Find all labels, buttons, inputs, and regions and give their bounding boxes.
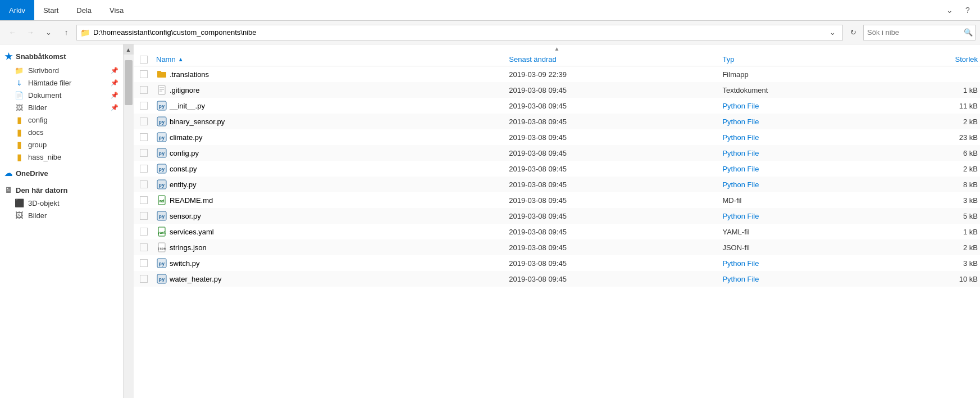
sidebar-item-skrivbord[interactable]: 📁 Skrivbord 📌 bbox=[0, 64, 123, 76]
folder-blue-icon: 📁 bbox=[13, 66, 25, 75]
pin-icon-skrivbord: 📌 bbox=[111, 67, 118, 74]
sidebar-item-hamtade[interactable]: ⇓ Hämtade filer 📌 bbox=[0, 76, 123, 89]
row-checkbox[interactable] bbox=[140, 70, 148, 78]
table-row[interactable]: py entity.py 2019-03-08 09:45 Python Fil… bbox=[134, 177, 980, 192]
sidebar-item-3dobjekt[interactable]: ⬛ 3D-objekt bbox=[0, 197, 123, 209]
file-name-cell: .translations bbox=[154, 69, 507, 80]
refresh-button[interactable]: ↻ bbox=[845, 25, 861, 40]
scroll-thumb[interactable] bbox=[125, 60, 133, 105]
sidebar-onedrive-header[interactable]: ☁ OneDrive bbox=[0, 166, 123, 180]
up-button[interactable]: ↑ bbox=[58, 25, 74, 40]
table-row[interactable]: py water_heater.py 2019-03-08 09:45 Pyth… bbox=[134, 271, 980, 287]
row-checkbox[interactable] bbox=[140, 86, 148, 94]
svg-text:py: py bbox=[159, 119, 165, 125]
sidebar-item-group[interactable]: ▮ group bbox=[0, 138, 123, 151]
table-row[interactable]: .translations 2019-03-09 22:39 Filmapp bbox=[134, 66, 980, 82]
table-row[interactable]: py const.py 2019-03-08 09:45 Python File… bbox=[134, 161, 980, 177]
recent-locations-button[interactable]: ⌄ bbox=[40, 25, 56, 40]
file-list-header: Namn ▲ Senast ändrad Typ Storlek bbox=[134, 53, 980, 66]
file-name: strings.json bbox=[170, 243, 207, 252]
table-row[interactable]: yaml services.yaml 2019-03-08 09:45 YAML… bbox=[134, 224, 980, 239]
search-icon[interactable]: 🔍 bbox=[964, 28, 973, 37]
file-type-cell: Python File bbox=[720, 180, 864, 189]
row-checkbox[interactable] bbox=[140, 180, 148, 188]
file-type-cell: JSON-fil bbox=[720, 243, 864, 252]
row-checkbox[interactable] bbox=[140, 102, 148, 110]
row-checkbox-cell[interactable] bbox=[134, 165, 154, 173]
table-row[interactable]: py climate.py 2019-03-08 09:45 Python Fi… bbox=[134, 129, 980, 145]
table-row[interactable]: md README.md 2019-03-08 09:45 MD-fil 3 k… bbox=[134, 192, 980, 208]
row-checkbox-cell[interactable] bbox=[134, 259, 154, 267]
file-type-cell: Python File bbox=[720, 275, 864, 283]
address-input[interactable] bbox=[93, 28, 822, 37]
row-checkbox[interactable] bbox=[140, 133, 148, 141]
row-checkbox-cell[interactable] bbox=[134, 212, 154, 220]
row-checkbox-cell[interactable] bbox=[134, 243, 154, 251]
table-row[interactable]: py __init__.py 2019-03-08 09:45 Python F… bbox=[134, 98, 980, 114]
row-checkbox-cell[interactable] bbox=[134, 275, 154, 283]
sidebar-item-bilder[interactable]: 🖼 Bilder 📌 bbox=[0, 101, 123, 114]
scroll-track[interactable] bbox=[124, 55, 134, 398]
dropdown-arrow[interactable]: ⌄ bbox=[826, 26, 839, 39]
file-modified-cell: 2019-03-08 09:45 bbox=[507, 117, 720, 126]
forward-button[interactable]: → bbox=[22, 25, 38, 40]
scroll-up-button[interactable]: ▲ bbox=[124, 44, 134, 55]
table-row[interactable]: .gitignore 2019-03-08 09:45 Textdokument… bbox=[134, 82, 980, 98]
tab-dela[interactable]: Dela bbox=[67, 0, 101, 20]
header-name[interactable]: Namn ▲ bbox=[154, 55, 507, 64]
sidebar-item-config[interactable]: ▮ config bbox=[0, 114, 123, 126]
select-all-checkbox[interactable] bbox=[140, 56, 148, 64]
file-name: services.yaml bbox=[170, 228, 214, 236]
row-checkbox[interactable] bbox=[140, 259, 148, 267]
folder-yellow-hass-icon: ▮ bbox=[13, 152, 25, 161]
sidebar-scrollbar[interactable]: ▲ bbox=[124, 44, 134, 398]
svg-text:json: json bbox=[158, 246, 166, 251]
tab-start[interactable]: Start bbox=[34, 0, 67, 20]
row-checkbox-cell[interactable] bbox=[134, 149, 154, 157]
sidebar-item-hass-nibe[interactable]: ▮ hass_nibe bbox=[0, 151, 123, 163]
table-row[interactable]: py switch.py 2019-03-08 09:45 Python Fil… bbox=[134, 255, 980, 271]
sidebar-item-bilder-computer[interactable]: 🖼 Bilder bbox=[0, 209, 123, 221]
row-checkbox-cell[interactable] bbox=[134, 180, 154, 188]
header-type[interactable]: Typ bbox=[720, 55, 864, 64]
row-checkbox[interactable] bbox=[140, 243, 148, 251]
sidebar-quick-access-header[interactable]: ★ Snabbåtkomst bbox=[0, 49, 123, 64]
row-checkbox[interactable] bbox=[140, 196, 148, 204]
header-checkbox[interactable] bbox=[134, 56, 154, 64]
row-checkbox-cell[interactable] bbox=[134, 86, 154, 94]
row-checkbox[interactable] bbox=[140, 228, 148, 236]
sidebar-item-docs-label: docs bbox=[28, 128, 43, 137]
header-size[interactable]: Storlek bbox=[864, 55, 980, 64]
row-checkbox-cell[interactable] bbox=[134, 228, 154, 236]
row-checkbox[interactable] bbox=[140, 165, 148, 173]
row-checkbox[interactable] bbox=[140, 117, 148, 125]
file-name: entity.py bbox=[170, 180, 196, 189]
row-checkbox-cell[interactable] bbox=[134, 117, 154, 125]
back-button[interactable]: ← bbox=[4, 25, 20, 40]
table-row[interactable]: py binary_sensor.py 2019-03-08 09:45 Pyt… bbox=[134, 114, 980, 129]
row-checkbox[interactable] bbox=[140, 275, 148, 283]
row-checkbox[interactable] bbox=[140, 149, 148, 157]
sort-arrow-row[interactable]: ▲ bbox=[134, 44, 980, 53]
help-button[interactable]: ? bbox=[960, 2, 976, 18]
sidebar-item-dokument[interactable]: 📄 Dokument 📌 bbox=[0, 89, 123, 101]
file-size-cell: 3 kB bbox=[864, 196, 980, 205]
row-checkbox[interactable] bbox=[140, 212, 148, 220]
sidebar-item-docs[interactable]: ▮ docs bbox=[0, 126, 123, 138]
row-checkbox-cell[interactable] bbox=[134, 70, 154, 78]
tab-visa[interactable]: Visa bbox=[101, 0, 133, 20]
tab-arkiv[interactable]: Arkiv bbox=[0, 0, 34, 20]
row-checkbox-cell[interactable] bbox=[134, 196, 154, 204]
file-type-icon: md bbox=[156, 195, 167, 206]
table-row[interactable]: py sensor.py 2019-03-08 09:45 Python Fil… bbox=[134, 208, 980, 224]
ribbon-right-controls: ⌄ ? bbox=[942, 0, 980, 20]
search-input[interactable] bbox=[867, 28, 961, 37]
collapse-ribbon-button[interactable]: ⌄ bbox=[942, 2, 958, 18]
sidebar-computer-header[interactable]: 🖥 Den här datorn bbox=[0, 183, 123, 197]
row-checkbox-cell[interactable] bbox=[134, 102, 154, 110]
table-row[interactable]: json strings.json 2019-03-08 09:45 JSON-… bbox=[134, 239, 980, 255]
table-row[interactable]: py config.py 2019-03-08 09:45 Python Fil… bbox=[134, 145, 980, 161]
file-name-cell: .gitignore bbox=[154, 84, 507, 96]
row-checkbox-cell[interactable] bbox=[134, 133, 154, 141]
header-modified[interactable]: Senast ändrad bbox=[507, 55, 720, 64]
